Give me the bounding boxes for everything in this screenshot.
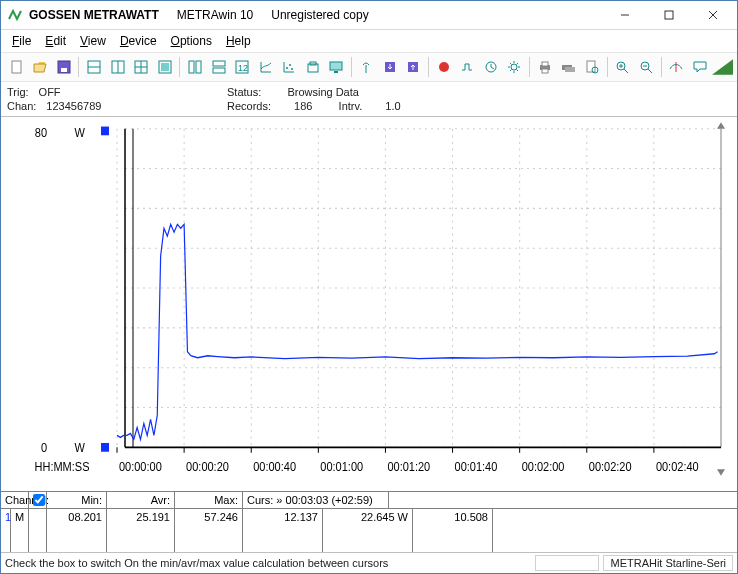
chan-label: Chan: <box>7 99 36 113</box>
tb-zoomout-icon[interactable] <box>634 55 657 79</box>
svg-rect-18 <box>196 61 201 73</box>
records-label: Records: <box>227 99 271 113</box>
tb-tileh-icon[interactable] <box>207 55 230 79</box>
title-bar: GOSSEN METRAWATT METRAwin 10 Unregistere… <box>1 1 737 30</box>
svg-rect-40 <box>587 61 595 72</box>
title-app: METRAwin 10 <box>177 8 253 22</box>
tb-print-icon[interactable] <box>533 55 556 79</box>
tb-cursor-icon[interactable] <box>664 55 687 79</box>
svg-text:00:01:00: 00:01:00 <box>320 461 363 474</box>
tb-view2-icon[interactable] <box>106 55 129 79</box>
data-table: Channel: Min: Avr: Max: Curs: » 00:03:03… <box>1 491 737 552</box>
title-brand: GOSSEN METRAWATT <box>29 8 159 22</box>
tb-view4-icon[interactable] <box>153 55 176 79</box>
svg-marker-50 <box>712 59 733 75</box>
maximize-button[interactable] <box>647 2 691 28</box>
tb-antenna-icon[interactable] <box>355 55 378 79</box>
tb-yt-icon[interactable] <box>254 55 277 79</box>
tb-gear-icon[interactable] <box>503 55 526 79</box>
svg-rect-7 <box>61 68 67 72</box>
svg-rect-5 <box>12 61 21 73</box>
svg-point-23 <box>286 67 288 69</box>
menu-edit[interactable]: Edit <box>38 33 73 49</box>
row-a: 12.137 <box>243 509 323 552</box>
scroll-down-icon <box>717 469 725 476</box>
trig-label: Trig: <box>7 85 29 99</box>
tb-preview-icon[interactable] <box>580 55 603 79</box>
svg-rect-17 <box>189 61 194 73</box>
svg-text:W: W <box>75 127 86 140</box>
tb-record-icon[interactable] <box>432 55 455 79</box>
table-row: 1 M 08.201 25.191 57.246 12.137 22.645 W… <box>1 509 737 552</box>
menu-file[interactable]: File <box>5 33 38 49</box>
chan-value: 123456789 <box>46 99 101 113</box>
minmax-checkbox[interactable] <box>33 494 45 506</box>
status-message: Check the box to switch On the min/avr/m… <box>5 557 388 569</box>
records-value: 186 <box>294 99 312 113</box>
svg-rect-20 <box>213 68 225 73</box>
tb-save-icon[interactable] <box>52 55 75 79</box>
tb-logger-icon[interactable] <box>301 55 324 79</box>
region-flag-icon <box>712 59 733 75</box>
row-dev: M <box>11 509 29 552</box>
intrv-value: 1.0 <box>385 99 400 113</box>
svg-point-32 <box>439 62 449 72</box>
tb-data-icon[interactable]: 12 <box>230 55 253 79</box>
menu-view[interactable]: View <box>73 33 113 49</box>
svg-text:00:00:20: 00:00:20 <box>186 461 229 474</box>
tb-monitor-icon[interactable] <box>324 55 347 79</box>
minimize-button[interactable] <box>603 2 647 28</box>
menu-bar: File Edit View Device Options Help <box>1 30 737 53</box>
tb-diskin-icon[interactable] <box>402 55 425 79</box>
title-state: Unregistered copy <box>271 8 368 22</box>
svg-text:00:02:00: 00:02:00 <box>522 461 565 474</box>
status-label: Status: <box>227 85 261 99</box>
row-max: 57.246 <box>175 509 243 552</box>
menu-help[interactable]: Help <box>219 33 258 49</box>
svg-line-47 <box>648 69 652 73</box>
tb-xy-icon[interactable] <box>277 55 300 79</box>
svg-rect-2 <box>665 11 673 19</box>
tb-view1-icon[interactable] <box>82 55 105 79</box>
svg-text:12: 12 <box>238 63 248 73</box>
svg-text:00:01:40: 00:01:40 <box>455 461 498 474</box>
tb-comment-icon[interactable] <box>688 55 711 79</box>
hdr-max: Max: <box>175 492 243 508</box>
svg-text:00:01:20: 00:01:20 <box>387 461 430 474</box>
menu-device[interactable]: Device <box>113 33 164 49</box>
tb-open-icon[interactable] <box>28 55 51 79</box>
tb-zoomin-icon[interactable] <box>611 55 634 79</box>
scroll-up-icon <box>717 122 725 129</box>
tb-clock-icon[interactable] <box>479 55 502 79</box>
row-min: 08.201 <box>47 509 107 552</box>
svg-text:80: 80 <box>35 127 47 140</box>
svg-text:00:02:20: 00:02:20 <box>589 461 632 474</box>
svg-rect-29 <box>334 71 338 73</box>
tb-tilev-icon[interactable] <box>183 55 206 79</box>
svg-point-34 <box>511 64 517 70</box>
svg-text:0: 0 <box>41 441 47 454</box>
svg-rect-78 <box>101 443 109 452</box>
tb-view3-icon[interactable] <box>129 55 152 79</box>
svg-text:HH:MM:SS: HH:MM:SS <box>35 461 90 474</box>
info-bar: Trig:OFF Chan:123456789 Status: Browsing… <box>1 82 737 117</box>
row-avr: 25.191 <box>107 509 175 552</box>
hdr-channel: Channel: <box>1 492 29 508</box>
tb-new-icon[interactable] <box>5 55 28 79</box>
hdr-avr: Avr: <box>107 492 175 508</box>
tb-trigger-icon[interactable] <box>456 55 479 79</box>
row-b: 22.645 W <box>323 509 413 552</box>
tb-diskout-icon[interactable] <box>378 55 401 79</box>
close-button[interactable] <box>691 2 735 28</box>
svg-text:00:00:40: 00:00:40 <box>253 461 296 474</box>
toolbar: 12 <box>1 53 737 82</box>
svg-rect-37 <box>542 69 548 73</box>
menu-options[interactable]: Options <box>164 33 219 49</box>
tb-printall-icon[interactable] <box>557 55 580 79</box>
chart-area[interactable]: 800WWHH:MM:SS00:00:0000:00:2000:00:4000:… <box>1 117 737 491</box>
hdr-min: Min: <box>47 492 107 508</box>
trig-value: OFF <box>39 85 61 99</box>
svg-text:00:02:40: 00:02:40 <box>656 461 699 474</box>
svg-rect-28 <box>330 62 342 70</box>
svg-line-43 <box>624 69 628 73</box>
